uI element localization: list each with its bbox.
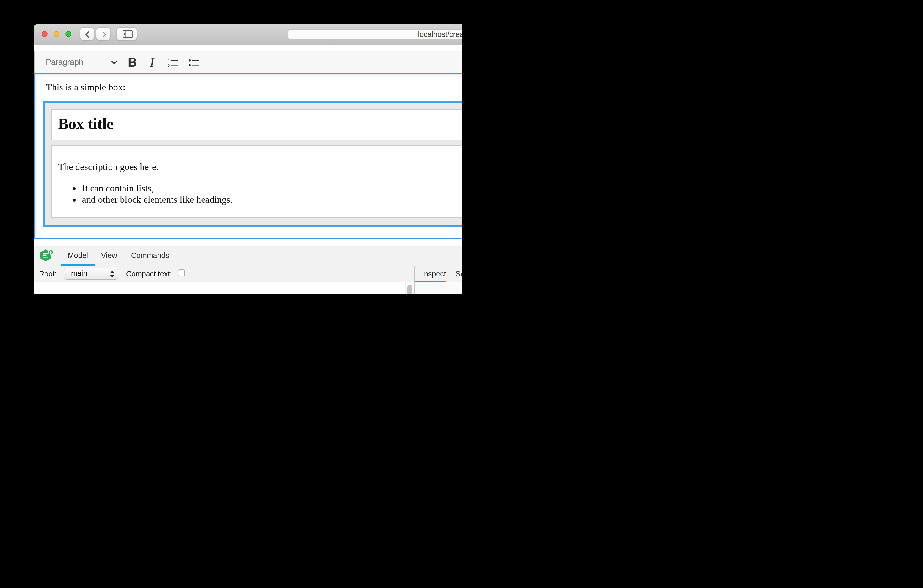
svg-text:1: 1 xyxy=(168,59,170,63)
svg-text:2: 2 xyxy=(168,63,170,67)
svg-text:5: 5 xyxy=(50,250,52,254)
